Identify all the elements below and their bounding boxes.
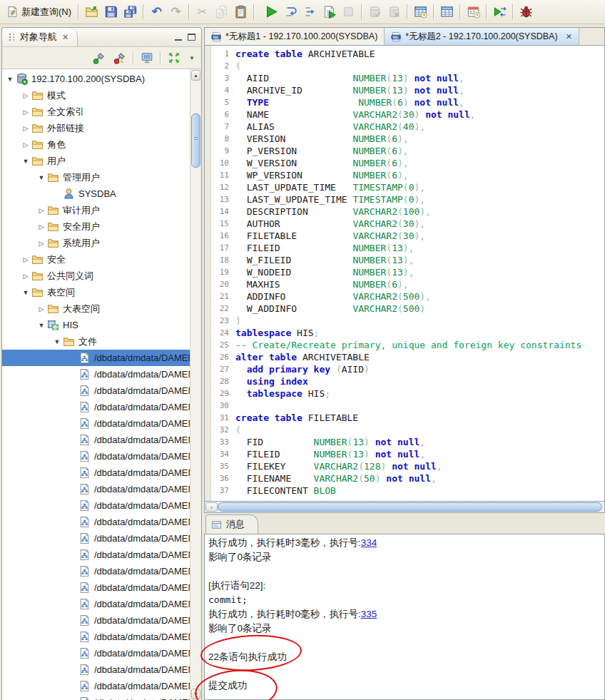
editor-horizontal-scrollbar[interactable]: ‹ bbox=[204, 501, 605, 513]
collapse-twisty-icon[interactable]: ▼ bbox=[5, 76, 15, 83]
tree-item-datafile[interactable]: /dbdata/dmdata/DAMEN bbox=[2, 596, 190, 612]
tree-item-datafile[interactable]: /dbdata/dmdata/DAMEN bbox=[2, 382, 190, 399]
expand-twisty-icon[interactable]: ▷ bbox=[21, 273, 31, 280]
tree-item-datafile[interactable]: /dbdata/dmdata/DAMEN bbox=[2, 629, 190, 645]
tree-vertical-scrollbar[interactable]: ▲ ▼ bbox=[190, 69, 201, 700]
expand-twisty-icon[interactable]: ▷ bbox=[21, 108, 31, 116]
maximize-icon[interactable] bbox=[188, 34, 195, 41]
disconnect-icon[interactable] bbox=[111, 49, 129, 66]
open-file-icon[interactable] bbox=[82, 3, 101, 21]
view-menu-chevron-icon[interactable]: ▼ bbox=[185, 55, 198, 61]
expand-twisty-icon[interactable]: ▷ bbox=[21, 141, 31, 148]
scroll-up-icon[interactable]: ▲ bbox=[191, 70, 200, 81]
toolbar-separator bbox=[459, 4, 461, 19]
tree-item-datafile[interactable]: /dbdata/dmdata/DAMEN bbox=[2, 448, 190, 465]
tree-item[interactable]: ▷模式 bbox=[2, 87, 190, 103]
undo-icon[interactable]: ↶ bbox=[147, 3, 166, 21]
expand-twisty-icon[interactable]: ▷ bbox=[21, 92, 31, 99]
expand-twisty-icon[interactable]: ▷ bbox=[21, 256, 31, 263]
tree-item-datafile[interactable]: /dbdata/dmdata/DAMEN bbox=[2, 514, 190, 530]
debug-icon[interactable] bbox=[517, 3, 536, 21]
tree-item[interactable]: ▼管理用户 bbox=[2, 169, 190, 186]
tree-item[interactable]: ▷角色 bbox=[2, 136, 190, 153]
tree-item-datafile[interactable]: /dbdata/dmdata/DAMEN bbox=[2, 530, 190, 547]
schedule-icon[interactable]: 12 bbox=[464, 3, 483, 21]
editor-tab-untitled2[interactable]: *无标题2 - 192.170.100.200(SYSDBA) ✕ bbox=[385, 28, 579, 45]
tab-messages[interactable]: 消息 bbox=[205, 514, 258, 534]
tree-item-datafile[interactable]: /dbdata/dmdata/DAMEN bbox=[2, 645, 190, 661]
tree-item-label: /dbdata/dmdata/DAMEN bbox=[94, 385, 190, 396]
expand-twisty-icon[interactable]: ▷ bbox=[36, 223, 46, 230]
execute-icon[interactable] bbox=[262, 3, 281, 21]
tree-item[interactable]: ▼HIS bbox=[2, 317, 190, 333]
collapse-twisty-icon[interactable]: ▼ bbox=[52, 338, 62, 345]
tree-item-datafile[interactable]: /dbdata/dmdata/DAMEN bbox=[2, 547, 190, 563]
scrollbar-thumb[interactable] bbox=[191, 113, 200, 168]
scroll-down-icon[interactable]: ▼ bbox=[191, 689, 200, 699]
tree-item-datafile[interactable]: /dbdata/dmdata/DAMEN bbox=[2, 661, 190, 678]
tree-item-datafile[interactable]: /dbdata/dmdata/DAMEN bbox=[2, 678, 190, 694]
execution-number-link[interactable]: 334 bbox=[361, 537, 377, 548]
tree-item-datafile[interactable]: /dbdata/dmdata/DAMEN bbox=[2, 563, 190, 579]
tree-item-datafile[interactable]: /dbdata/dmdata/DAMEN bbox=[2, 432, 190, 448]
line-number: 8 bbox=[212, 133, 233, 145]
tree-item[interactable]: ▷大表空间 bbox=[2, 300, 190, 317]
tree-item-datafile[interactable]: /dbdata/dmdata/DAMEN bbox=[2, 579, 190, 596]
scrollbar-thumb[interactable] bbox=[218, 502, 602, 512]
close-icon[interactable]: ✕ bbox=[566, 32, 572, 41]
save-all-icon[interactable] bbox=[121, 3, 140, 21]
minimize-icon[interactable] bbox=[175, 34, 182, 41]
tree-item-datafile[interactable]: /dbdata/dmdata/DAMEN bbox=[2, 415, 190, 432]
tab-object-navigator[interactable]: 对象导航 ✕ bbox=[2, 28, 78, 46]
new-query-button[interactable]: 新建查询(N) bbox=[3, 4, 75, 20]
expand-arrows-icon[interactable] bbox=[165, 49, 183, 66]
monitor-icon[interactable] bbox=[138, 49, 156, 66]
tree-item[interactable]: ▷全文索引 bbox=[2, 103, 190, 120]
tree-item-label: 全文索引 bbox=[47, 106, 84, 118]
expand-twisty-icon[interactable]: ▷ bbox=[21, 125, 31, 132]
tree-item[interactable]: SYSDBA bbox=[2, 186, 190, 202]
tree-item-datafile[interactable]: /dbdata/dmdata/DAMEN bbox=[2, 497, 190, 514]
tree-item-datafile[interactable]: /dbdata/dmdata/DAMEN bbox=[2, 366, 190, 382]
editor-tab-untitled1[interactable]: *无标题1 - 192.170.100.200(SYSDBA) bbox=[205, 28, 385, 45]
save-icon[interactable] bbox=[101, 3, 121, 21]
file-icon bbox=[78, 499, 91, 512]
execute-row-icon[interactable] bbox=[281, 3, 300, 21]
line-number: 14 bbox=[212, 206, 233, 218]
result-grid-icon[interactable] bbox=[437, 3, 457, 21]
tree-item[interactable]: ▼用户 bbox=[2, 153, 190, 169]
tree-item[interactable]: ▷外部链接 bbox=[2, 120, 190, 136]
execute-to-cursor-icon[interactable] bbox=[300, 3, 320, 21]
paste-icon[interactable] bbox=[231, 3, 250, 21]
tree-item-datafile[interactable]: /dbdata/dmdata/DAMEN bbox=[2, 465, 190, 481]
file-icon bbox=[78, 434, 91, 446]
batch-execute-icon[interactable] bbox=[490, 3, 509, 21]
tree-item[interactable]: ▷系统用户 bbox=[2, 235, 190, 251]
tree-item-datafile[interactable]: /dbdata/dmdata/DAMEN bbox=[2, 399, 190, 415]
tree-item[interactable]: ▼表空间 bbox=[2, 284, 190, 300]
tree-item-datafile[interactable]: /dbdata/dmdata/DAMEN bbox=[2, 350, 190, 366]
tree-item-datafile[interactable]: /dbdata/dmdata/DAMEN bbox=[2, 694, 190, 700]
tree-item[interactable]: ▷审计用户 bbox=[2, 202, 190, 218]
tree-item[interactable]: ▼文件 bbox=[2, 333, 190, 350]
expand-twisty-icon[interactable]: ▷ bbox=[36, 305, 46, 313]
expand-twisty-icon[interactable]: ▷ bbox=[36, 240, 46, 247]
collapse-twisty-icon[interactable]: ▼ bbox=[21, 158, 31, 165]
tree-item[interactable]: ▼192.170.100.200(SYSDBA) bbox=[2, 71, 190, 87]
tree-item[interactable]: ▷安全用户 bbox=[2, 218, 190, 235]
tree-item-datafile[interactable]: /dbdata/dmdata/DAMEN bbox=[2, 612, 190, 629]
tree-item[interactable]: ▷安全 bbox=[2, 251, 190, 268]
execute-script-icon[interactable] bbox=[320, 3, 339, 21]
query-plan-icon[interactable] bbox=[411, 3, 430, 21]
tree-item[interactable]: ▷公共同义词 bbox=[2, 268, 190, 284]
tree-item-datafile[interactable]: /dbdata/dmdata/DAMEN bbox=[2, 481, 190, 497]
collapse-twisty-icon[interactable]: ▼ bbox=[21, 289, 31, 296]
expand-twisty-icon[interactable]: ▷ bbox=[36, 207, 46, 214]
execution-number-link[interactable]: 335 bbox=[361, 609, 377, 619]
scroll-left-icon[interactable]: ‹ bbox=[205, 502, 218, 512]
collapse-twisty-icon[interactable]: ▼ bbox=[36, 174, 46, 181]
connect-icon[interactable] bbox=[90, 49, 108, 66]
close-icon[interactable]: ✕ bbox=[62, 33, 68, 42]
sql-editor[interactable]: 1create table ARCHIVETABLE2(3 AIID NUMBE… bbox=[204, 46, 605, 501]
collapse-twisty-icon[interactable]: ▼ bbox=[36, 322, 46, 329]
